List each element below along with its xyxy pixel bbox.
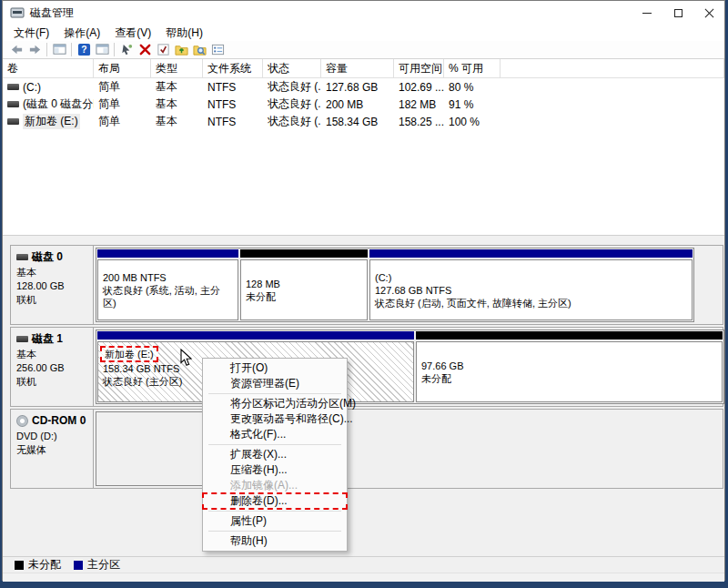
cell-filesystem: NTFS [203, 116, 263, 128]
menu-item-add-mirror: 添加镜像(A)... [203, 478, 347, 493]
menu-item-properties[interactable]: 属性(P) [203, 513, 347, 529]
cell-status: 状态良好 (... [263, 114, 321, 129]
menu-item-extend-volume[interactable]: 扩展卷(X)... [203, 447, 347, 462]
disk-row-0: 磁盘 0 基本 128.00 GB 联机 200 MB NTFS 状态良好 (系… [10, 245, 723, 325]
table-row-selected[interactable]: 新加卷 (E:) 简单 基本 NTFS 状态良好 (... 158.34 GB … [3, 113, 724, 130]
back-icon[interactable] [7, 42, 25, 58]
maximize-button[interactable] [662, 1, 693, 25]
delete-icon[interactable] [136, 42, 154, 58]
disk-type: 基本 [16, 266, 89, 279]
partition-unallocated-128mb[interactable]: 128 MB 未分配 [240, 249, 368, 320]
menu-item-delete-volume[interactable]: 删除卷(D)... [203, 493, 347, 509]
column-header-free-space[interactable]: 可用空间 [394, 59, 444, 77]
toolbar: ? [3, 41, 724, 59]
table-row[interactable]: (C:) 简单 基本 NTFS 状态良好 (... 127.68 GB 102.… [3, 78, 724, 96]
cell-capacity: 200 MB [321, 98, 394, 111]
legend-label: 主分区 [87, 557, 120, 573]
cdrom-label[interactable]: CD-ROM 0 DVD (D:) 无媒体 [11, 410, 94, 488]
pointer-icon[interactable] [117, 42, 136, 58]
cell-layout: 简单 [94, 79, 151, 95]
menu-separator [208, 511, 341, 512]
disk-type: DVD (D:) [16, 430, 89, 443]
help-icon[interactable]: ? [75, 42, 93, 58]
partition-status: 状态良好 (系统, 活动, 主分区) [103, 284, 233, 309]
menu-separator [208, 531, 341, 532]
menu-separator [208, 393, 341, 394]
svg-text:?: ? [81, 45, 86, 55]
menu-help[interactable]: 帮助(H) [158, 25, 210, 41]
partition-c-drive[interactable]: (C:) 127.68 GB NTFS 状态良好 (启动, 页面文件, 故障转储… [369, 249, 693, 320]
partition-system[interactable]: 200 MB NTFS 状态良好 (系统, 活动, 主分区) [97, 249, 238, 320]
partition-size: 128 MB [246, 278, 362, 290]
status-strip [3, 573, 724, 582]
partition-status: 状态良好 (启动, 页面文件, 故障转储, 主分区) [375, 297, 687, 309]
partition-unallocated-97gb[interactable]: 97.66 GB 未分配 [416, 331, 723, 402]
disk-row-1: 磁盘 1 基本 256.00 GB 联机 新加卷 (E:) 158.34 GB … [10, 327, 723, 407]
minimize-button[interactable] [632, 1, 662, 25]
menu-separator [208, 444, 341, 445]
menu-item-change-drive-letter[interactable]: 更改驱动器号和路径(C)... [203, 411, 347, 427]
volume-name: 新加卷 (E:) [23, 114, 80, 129]
menu-item-format[interactable]: 格式化(F)... [203, 427, 347, 442]
disk-icon [16, 336, 28, 342]
disk0-partitions: 200 MB NTFS 状态良好 (系统, 活动, 主分区) 128 MB 未分… [96, 248, 694, 322]
partition-status: 未分配 [246, 290, 362, 303]
cell-percent-free: 91 % [444, 98, 500, 111]
legend-label: 未分配 [28, 557, 61, 573]
table-row[interactable]: (磁盘 0 磁盘分区 1) 简单 基本 NTFS 状态良好 (... 200 M… [3, 96, 724, 113]
close-button[interactable] [693, 1, 724, 25]
disk-size: 256.00 GB [16, 361, 89, 375]
volume-name: (C:) [23, 81, 41, 94]
disk-icon [16, 254, 28, 260]
legend-unallocated: 未分配 [15, 557, 61, 573]
partition-title: (C:) [375, 271, 687, 284]
menu-file[interactable]: 文件(F) [6, 25, 56, 41]
menu-item-mark-active[interactable]: 将分区标记为活动分区(M) [203, 396, 347, 411]
column-header-filesystem[interactable]: 文件系统 [203, 59, 263, 77]
disk-status: 无媒体 [16, 443, 89, 457]
column-header-layout[interactable]: 布局 [94, 59, 151, 77]
disk-size: 128.00 GB [16, 279, 89, 293]
cell-capacity: 127.68 GB [321, 81, 394, 94]
disk-name: 磁盘 1 [32, 332, 63, 346]
cell-layout: 简单 [94, 96, 151, 112]
disk-management-window: 磁盘管理 文件(F) 操作(A) 查看(V) 帮助(H) ? 卷 布局 [2, 0, 725, 581]
cell-filesystem: NTFS [203, 81, 263, 94]
menu-item-open[interactable]: 打开(O) [203, 360, 347, 376]
cell-free-space: 158.25 ... [394, 116, 444, 128]
forward-icon[interactable] [25, 42, 44, 58]
column-header-percent-free[interactable]: % 可用 [444, 59, 500, 77]
details-icon[interactable] [208, 42, 227, 58]
action-pane-icon[interactable] [93, 42, 111, 58]
properties-check-icon[interactable] [154, 42, 172, 58]
partition-size: 200 MB NTFS [103, 271, 233, 284]
volume-list-header: 卷 布局 类型 文件系统 状态 容量 可用空间 % 可用 [3, 59, 724, 78]
open-folder-icon[interactable] [172, 42, 190, 58]
console-tree-icon[interactable] [50, 42, 68, 58]
disk-status: 联机 [16, 375, 89, 389]
partition-status: 未分配 [421, 372, 717, 385]
column-header-capacity[interactable]: 容量 [321, 59, 394, 77]
menu-action[interactable]: 操作(A) [56, 25, 107, 41]
volume-icon [7, 118, 19, 125]
minimize-icon [642, 13, 652, 14]
menu-item-shrink-volume[interactable]: 压缩卷(H)... [203, 462, 347, 478]
partition-bar [97, 249, 238, 258]
menu-item-explorer[interactable]: 资源管理器(E) [203, 376, 347, 391]
cell-percent-free: 100 % [444, 116, 500, 128]
volume-icon [7, 101, 19, 107]
disk-row-cdrom: CD-ROM 0 DVD (D:) 无媒体 [10, 409, 723, 489]
cell-layout: 简单 [94, 114, 151, 129]
disk1-label[interactable]: 磁盘 1 基本 256.00 GB 联机 [11, 328, 94, 406]
disk0-label[interactable]: 磁盘 0 基本 128.00 GB 联机 [11, 246, 94, 324]
column-header-volume[interactable]: 卷 [3, 59, 94, 77]
find-folder-icon[interactable] [190, 42, 208, 58]
disk-name: 磁盘 0 [32, 250, 63, 264]
menu-item-help[interactable]: 帮助(H) [203, 533, 347, 549]
column-header-type[interactable]: 类型 [151, 59, 203, 77]
partition-size: 127.68 GB NTFS [375, 284, 687, 297]
menu-view[interactable]: 查看(V) [107, 25, 158, 41]
cell-type: 基本 [151, 114, 203, 129]
partition-title: 新加卷 (E:) [105, 349, 154, 360]
column-header-status[interactable]: 状态 [263, 59, 321, 77]
